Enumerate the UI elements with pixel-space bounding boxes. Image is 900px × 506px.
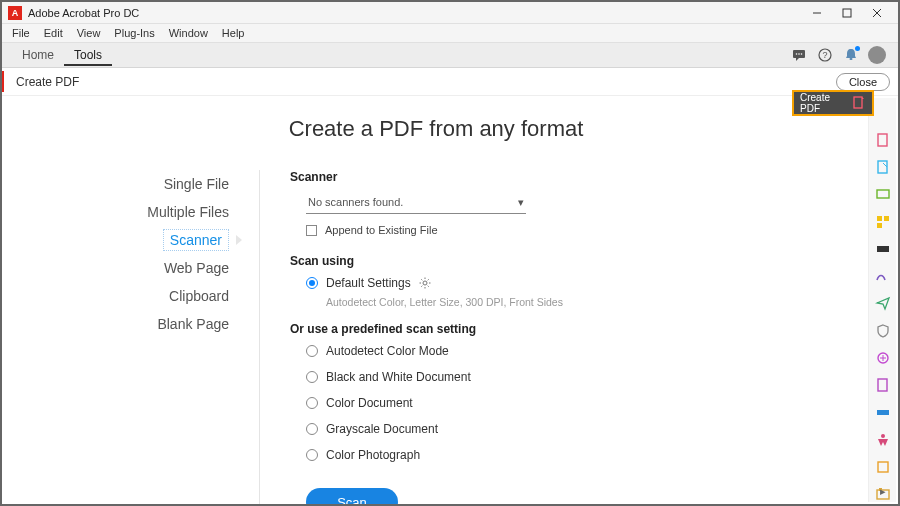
chat-icon[interactable] — [788, 44, 810, 66]
menu-help[interactable]: Help — [216, 26, 251, 40]
option-colordoc-row[interactable]: Color Document — [306, 396, 848, 410]
append-checkbox[interactable] — [306, 225, 317, 236]
option-bw-label: Black and White Document — [326, 370, 471, 384]
svg-rect-25 — [877, 216, 882, 221]
option-bw-row[interactable]: Black and White Document — [306, 370, 848, 384]
chevron-down-icon: ▾ — [518, 196, 524, 209]
svg-point-12 — [423, 281, 427, 285]
source-options: Single File Multiple Files Scanner Web P… — [24, 170, 259, 506]
option-colorphoto-row[interactable]: Color Photograph — [306, 448, 848, 462]
app-title: Adobe Acrobat Pro DC — [28, 7, 139, 19]
rail-accessibility-icon[interactable] — [874, 431, 892, 447]
account-avatar[interactable] — [866, 44, 888, 66]
svg-line-19 — [427, 279, 428, 280]
option-autodetect-row[interactable]: Autodetect Color Mode — [306, 344, 848, 358]
tool-title: Create PDF — [16, 75, 79, 89]
default-settings-radio[interactable] — [306, 277, 318, 289]
notifications-icon[interactable] — [840, 44, 862, 66]
svg-rect-28 — [877, 246, 889, 252]
tab-tools[interactable]: Tools — [64, 44, 112, 66]
option-colordoc-radio[interactable] — [306, 397, 318, 409]
option-autodetect-radio[interactable] — [306, 345, 318, 357]
svg-rect-32 — [878, 379, 887, 391]
rail-organize-icon[interactable] — [874, 214, 892, 230]
svg-rect-22 — [878, 161, 887, 173]
close-window-button[interactable] — [862, 4, 892, 22]
menu-view[interactable]: View — [71, 26, 107, 40]
append-label: Append to Existing File — [325, 224, 438, 236]
app-icon: A — [8, 6, 22, 20]
svg-rect-27 — [877, 223, 882, 228]
rail-protect-icon[interactable] — [874, 323, 892, 339]
option-grayscale-label: Grayscale Document — [326, 422, 438, 436]
rail-redact-icon[interactable] — [874, 241, 892, 257]
option-blank-page[interactable]: Blank Page — [24, 310, 229, 338]
rail-expand-arrow[interactable]: ▸ — [880, 485, 886, 498]
gear-icon[interactable] — [419, 277, 431, 289]
svg-rect-26 — [884, 216, 889, 221]
close-button[interactable]: Close — [836, 73, 890, 91]
menu-window[interactable]: Window — [163, 26, 214, 40]
svg-point-6 — [798, 53, 800, 55]
predefined-heading: Or use a predefined scan setting — [290, 322, 848, 336]
append-checkbox-row[interactable]: Append to Existing File — [306, 224, 848, 236]
option-single-file[interactable]: Single File — [24, 170, 229, 198]
create-pdf-icon — [852, 96, 866, 110]
default-settings-hint: Autodetect Color, Letter Size, 300 DPI, … — [326, 296, 848, 308]
svg-line-18 — [427, 286, 428, 287]
menu-plugins[interactable]: Plug-Ins — [108, 26, 160, 40]
rail-action-icon[interactable] — [874, 459, 892, 475]
scanner-dropdown[interactable]: No scanners found. ▾ — [306, 192, 526, 214]
menu-file[interactable]: File — [6, 26, 36, 40]
tabrow: Home Tools ? — [2, 42, 898, 68]
option-bw-radio[interactable] — [306, 371, 318, 383]
rail-measure-icon[interactable] — [874, 404, 892, 420]
svg-text:?: ? — [822, 50, 827, 60]
main-content: Create a PDF from any format Single File… — [4, 98, 868, 502]
option-colorphoto-radio[interactable] — [306, 449, 318, 461]
rail-send-icon[interactable] — [874, 295, 892, 311]
option-clipboard[interactable]: Clipboard — [24, 282, 229, 310]
option-multiple-files[interactable]: Multiple Files — [24, 198, 229, 226]
menubar: File Edit View Plug-Ins Window Help — [2, 24, 898, 42]
svg-rect-33 — [877, 410, 889, 415]
option-grayscale-row[interactable]: Grayscale Document — [306, 422, 848, 436]
option-colorphoto-label: Color Photograph — [326, 448, 420, 462]
svg-rect-24 — [877, 190, 889, 198]
svg-rect-10 — [850, 58, 853, 60]
rail-comment-icon[interactable] — [874, 186, 892, 202]
page-title: Create a PDF from any format — [24, 116, 848, 142]
svg-rect-1 — [843, 9, 851, 17]
svg-point-34 — [881, 434, 885, 438]
menu-edit[interactable]: Edit — [38, 26, 69, 40]
right-rail-create-pdf-label: Create PDF — [800, 92, 852, 114]
scan-using-heading: Scan using — [290, 254, 848, 268]
default-settings-row[interactable]: Default Settings — [306, 276, 848, 290]
rail-edit-icon[interactable] — [874, 159, 892, 175]
help-icon[interactable]: ? — [814, 44, 836, 66]
tab-home[interactable]: Home — [12, 44, 64, 66]
option-web-page[interactable]: Web Page — [24, 254, 229, 282]
option-colordoc-label: Color Document — [326, 396, 413, 410]
rail-stamp-icon[interactable] — [874, 377, 892, 393]
option-grayscale-radio[interactable] — [306, 423, 318, 435]
right-rail-create-pdf-active[interactable]: Create PDF — [792, 90, 874, 116]
svg-rect-11 — [854, 97, 862, 108]
option-autodetect-label: Autodetect Color Mode — [326, 344, 449, 358]
svg-point-7 — [801, 53, 803, 55]
rail-sign-icon[interactable] — [874, 268, 892, 284]
rail-compare-icon[interactable] — [874, 350, 892, 366]
scanner-value: No scanners found. — [308, 196, 403, 209]
svg-line-17 — [421, 279, 422, 280]
titlebar: A Adobe Acrobat Pro DC — [2, 2, 898, 24]
maximize-button[interactable] — [832, 4, 862, 22]
scanner-heading: Scanner — [290, 170, 848, 184]
minimize-button[interactable] — [802, 4, 832, 22]
scanner-panel: Scanner No scanners found. ▾ Append to E… — [290, 170, 848, 506]
rail-export-icon[interactable] — [874, 132, 892, 148]
svg-rect-35 — [878, 462, 888, 472]
scan-button[interactable]: Scan — [306, 488, 398, 506]
divider — [259, 170, 260, 506]
option-scanner[interactable]: Scanner — [163, 229, 229, 251]
right-tool-rail: ▸ — [868, 98, 896, 502]
